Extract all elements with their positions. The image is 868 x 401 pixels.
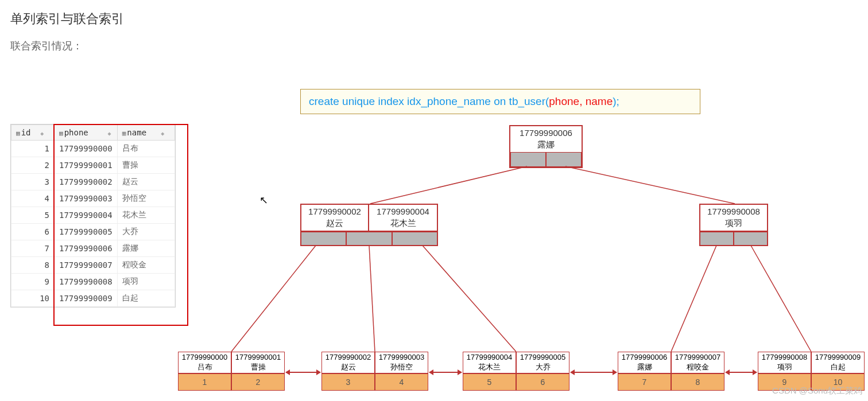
tree-root: 17799990006露娜 <box>509 125 583 168</box>
sql-columns: phone, name <box>549 95 613 107</box>
col-id[interactable]: ▦id ◆ <box>11 125 55 141</box>
cursor-icon: ↖ <box>259 194 268 207</box>
table-row: 617799990005大乔 <box>11 224 175 240</box>
sql-statement: create unique index idx_phone_name on tb… <box>300 89 700 114</box>
link-arrow <box>571 372 617 373</box>
table-row: 217799990001曹操 <box>11 157 175 174</box>
table-row: 317799990002赵云 <box>11 174 175 190</box>
table-row: 117799990000吕布 <box>11 141 175 157</box>
inner-ptrs-left <box>300 231 438 246</box>
svg-line-1 <box>565 166 735 204</box>
link-arrow <box>286 372 320 373</box>
table-row: 417799990003孙悟空 <box>11 190 175 207</box>
sql-text: create unique index idx_phone_name on tb… <box>309 95 549 107</box>
col-icon: ▦ <box>122 130 126 137</box>
leaf-node: 17799990004花木兰17799990005大乔56 <box>463 352 569 391</box>
link-arrow <box>726 372 757 373</box>
key-icon: ▦ <box>16 130 20 137</box>
table-row: 917799990008项羽 <box>11 274 175 290</box>
leaf-node: 17799990000吕布17799990001曹操12 <box>178 352 285 391</box>
subtitle: 联合索引情况： <box>10 39 83 53</box>
leaf-node: 17799990002赵云17799990003孙悟空34 <box>321 352 428 391</box>
table-header-row: ▦id ◆ ▦phone ◆ ▦name ◆ <box>11 125 175 141</box>
table-row: 1017799990009白起 <box>11 290 175 307</box>
col-name[interactable]: ▦name ◆ <box>117 125 175 141</box>
watermark: CSDN @Sonu软工菜鸡 <box>772 386 862 396</box>
table-row: 517799990004花木兰 <box>11 207 175 224</box>
col-phone[interactable]: ▦phone ◆ <box>55 125 118 141</box>
svg-line-2 <box>231 246 316 352</box>
inner-node-right: 17799990008项羽 <box>699 204 768 232</box>
page-title: 单列索引与联合索引 <box>10 10 124 28</box>
data-table: ▦id ◆ ▦phone ◆ ▦name ◆ 117799990000吕布217… <box>10 124 176 307</box>
sql-suffix: ); <box>613 95 619 107</box>
table-row: 717799990006露娜 <box>11 240 175 257</box>
table-row: 817799990007程咬金 <box>11 257 175 274</box>
svg-line-6 <box>751 246 811 352</box>
inner-ptrs-right <box>699 231 768 246</box>
svg-line-4 <box>423 246 516 352</box>
leaf-node: 17799990008项羽17799990009白起910 <box>758 352 865 391</box>
inner-node-left: 17799990002赵云 17799990004花木兰 <box>300 204 438 232</box>
svg-line-0 <box>370 166 527 204</box>
leaf-node: 17799990006露娜17799990007程咬金78 <box>618 352 724 391</box>
svg-line-5 <box>671 246 716 352</box>
col-icon: ▦ <box>59 130 63 137</box>
svg-line-3 <box>369 246 375 352</box>
link-arrow <box>429 372 462 373</box>
